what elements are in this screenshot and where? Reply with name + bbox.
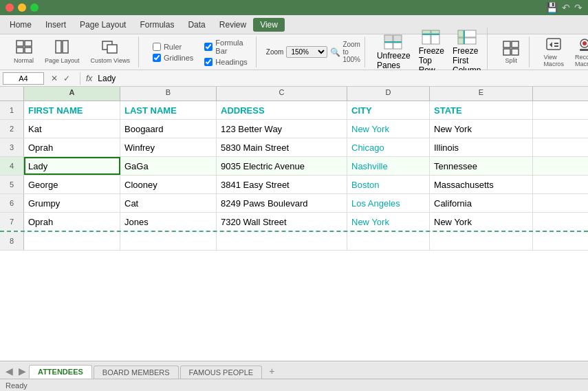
header-state[interactable]: STATE: [430, 101, 533, 119]
cell-d3[interactable]: Chicago: [347, 138, 430, 156]
svg-rect-29: [554, 45, 558, 47]
cell-a7[interactable]: Oprah: [24, 213, 120, 231]
unfreeze-panes-button[interactable]: UnfreezePanes: [373, 32, 414, 72]
tab-nav-right[interactable]: ▶: [16, 366, 29, 376]
header-address[interactable]: ADDRESS: [217, 101, 347, 119]
sheet-tab-board-members[interactable]: BOARD MEMBERS: [94, 366, 179, 379]
cell-c6[interactable]: 8249 Paws Boulevard: [217, 194, 347, 212]
cell-e7[interactable]: New York: [430, 213, 533, 231]
cell-b7[interactable]: Jones: [120, 213, 217, 231]
cell-b6[interactable]: Cat: [120, 194, 217, 212]
page-layout-button[interactable]: Page Layout: [41, 38, 84, 66]
maximize-button[interactable]: [30, 3, 39, 12]
formula-bar-checkbox[interactable]: [204, 43, 213, 51]
cell-d6[interactable]: Los Angeles: [347, 194, 430, 212]
svg-rect-4: [56, 41, 61, 53]
cell-reference-box[interactable]: [3, 72, 44, 85]
gridlines-checkbox[interactable]: [153, 54, 161, 62]
sheet-tab-attendees[interactable]: ATTENDEES: [29, 365, 92, 379]
cancel-formula-button[interactable]: ✕: [50, 74, 59, 83]
cell-b2[interactable]: Boogaard: [120, 120, 217, 138]
split-button[interactable]: Split: [497, 39, 525, 66]
redo-icon[interactable]: ↷: [574, 2, 582, 13]
cell-b3[interactable]: Winfrey: [120, 138, 217, 156]
cell-b8[interactable]: [120, 232, 217, 250]
menu-insert[interactable]: Insert: [39, 18, 73, 32]
split-group: Split: [493, 36, 530, 67]
row-num-3: 3: [0, 138, 24, 156]
normal-view-button[interactable]: Normal: [10, 38, 38, 66]
cell-e5[interactable]: Massachusetts: [430, 176, 533, 193]
cell-a6[interactable]: Grumpy: [24, 194, 120, 212]
header-first-name[interactable]: FIRST NAME: [24, 101, 120, 119]
table-row: 7 Oprah Jones 7320 Wall Street New York …: [0, 213, 588, 232]
save-icon[interactable]: 💾: [546, 2, 558, 13]
freeze-first-column-button[interactable]: Freeze FirstColumn: [449, 28, 484, 77]
menu-page-layout[interactable]: Page Layout: [73, 18, 133, 32]
menu-review[interactable]: Review: [213, 18, 253, 32]
confirm-formula-button[interactable]: ✓: [62, 74, 72, 83]
freeze-top-row-button[interactable]: FreezeTop Row: [415, 28, 448, 77]
minimize-button[interactable]: [18, 3, 26, 12]
ruler-checkbox[interactable]: [153, 43, 161, 51]
header-last-name[interactable]: LAST NAME: [120, 101, 217, 119]
cell-a2[interactable]: Kat: [24, 120, 120, 138]
tab-nav-left[interactable]: ◀: [3, 366, 16, 376]
zoom-select[interactable]: 150% 100% 75% 50%: [286, 46, 327, 58]
col-header-a[interactable]: A: [24, 87, 120, 101]
menu-home[interactable]: Home: [3, 18, 39, 32]
formula-input[interactable]: [98, 74, 585, 83]
svg-rect-23: [503, 41, 510, 47]
cell-e2[interactable]: New York: [430, 120, 533, 138]
cell-c4[interactable]: 9035 Electric Avenue: [217, 157, 347, 175]
menu-view[interactable]: View: [253, 18, 285, 32]
zoom-label: Zoom: [266, 48, 284, 56]
record-macro-button[interactable]: RecordMacro: [571, 35, 588, 70]
col-header-d[interactable]: D: [347, 87, 430, 101]
custom-views-label: Custom Views: [91, 57, 130, 64]
cell-e6[interactable]: California: [430, 194, 533, 212]
cell-a4[interactable]: Lady: [24, 157, 120, 175]
cell-d4[interactable]: Nashville: [347, 157, 430, 175]
cell-e8[interactable]: [430, 232, 533, 250]
col-header-b[interactable]: B: [120, 87, 217, 101]
cell-c2[interactable]: 123 Better Way: [217, 120, 347, 138]
header-city[interactable]: CITY: [347, 101, 430, 119]
zoom-row: Zoom 150% 100% 75% 50%: [266, 46, 328, 58]
cell-e3[interactable]: Illinois: [430, 138, 533, 156]
undo-icon[interactable]: ↶: [562, 2, 570, 13]
sheet-tab-famous-people[interactable]: FAMOUS PEOPLE: [180, 366, 263, 379]
menu-formulas[interactable]: Formulas: [133, 18, 181, 32]
cell-c8[interactable]: [217, 232, 347, 250]
view-macros-button[interactable]: ViewMacros: [539, 35, 568, 70]
col-header-c[interactable]: C: [217, 87, 347, 101]
cell-e4[interactable]: Tennessee: [430, 157, 533, 175]
cell-a3[interactable]: Oprah: [24, 138, 120, 156]
cell-d7[interactable]: New York: [347, 213, 430, 231]
cell-b5[interactable]: Clooney: [120, 176, 217, 193]
cell-b4[interactable]: GaGa: [120, 157, 217, 175]
cell-d8[interactable]: [347, 232, 430, 250]
cell-d2[interactable]: New York: [347, 120, 430, 138]
cell-c3[interactable]: 5830 Main Street: [217, 138, 347, 156]
cell-a8[interactable]: [24, 232, 120, 250]
custom-views-button[interactable]: Custom Views: [87, 38, 134, 66]
cell-a5[interactable]: George: [24, 176, 120, 193]
view-macros-label: ViewMacros: [543, 54, 564, 67]
svg-rect-9: [393, 35, 402, 42]
close-button[interactable]: [6, 3, 14, 12]
col-header-e[interactable]: E: [430, 87, 533, 101]
zoom-to-100-button[interactable]: 🔍 Zoom to 100%: [330, 41, 360, 63]
custom-views-icon: [102, 40, 118, 56]
zoom-to-100-label: Zoom to 100%: [342, 41, 360, 63]
cell-d5[interactable]: Boston: [347, 176, 430, 193]
svg-rect-2: [17, 47, 23, 53]
split-icon: [503, 41, 519, 56]
add-sheet-button[interactable]: +: [263, 363, 280, 379]
headings-checkbox[interactable]: [204, 58, 213, 66]
menu-data[interactable]: Data: [181, 18, 212, 32]
cell-c7[interactable]: 7320 Wall Street: [217, 213, 347, 231]
cell-c5[interactable]: 3841 Easy Street: [217, 176, 347, 193]
show-group: Ruler Gridlines Formula Bar Headings: [144, 36, 257, 67]
zoom-icon: 🔍: [330, 47, 340, 57]
